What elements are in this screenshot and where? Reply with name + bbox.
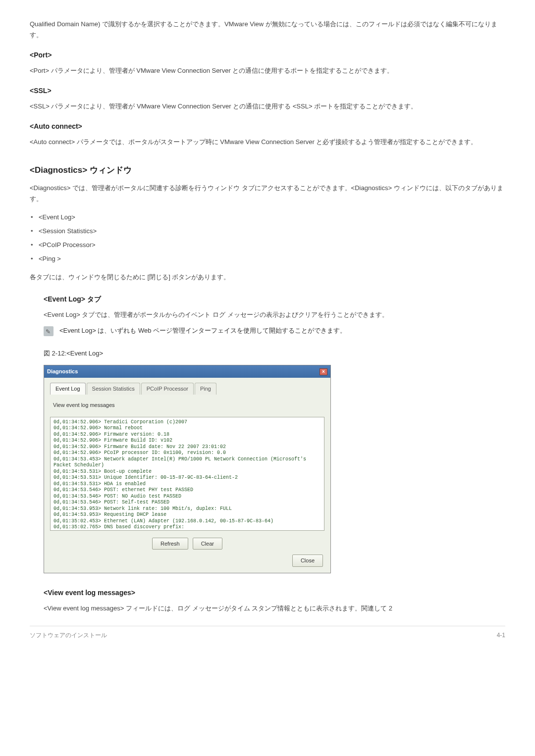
figure-caption: 図 2-12:<Event Log> xyxy=(44,348,505,359)
dialog-close-row: Close xyxy=(50,554,324,567)
list-item: <Session Statistics> xyxy=(30,224,505,238)
view-messages-text: <View event log messages> フィールドには、ログ メッセ… xyxy=(30,603,505,614)
dialog-body: Event Log Session Statistics PCoIP Proce… xyxy=(44,378,330,573)
diagnostics-tab-list: <Event Log> <Session Statistics> <PCoIP … xyxy=(30,210,505,266)
refresh-button[interactable]: Refresh xyxy=(152,538,188,550)
eventlog-heading: <Event Log> タブ xyxy=(30,294,505,305)
dialog-titlebar: Diagnostics × xyxy=(44,365,330,378)
close-icon[interactable]: × xyxy=(320,368,327,375)
tab-pcoip-processor[interactable]: PCoIP Processor xyxy=(141,383,194,395)
view-messages-heading: <View event log messages> xyxy=(44,587,505,599)
note: <Event Log> は、いずれも Web ページ管理インターフェイスを使用し… xyxy=(44,325,505,336)
ssl-heading: <SSL> xyxy=(30,85,505,97)
footer-left: ソフトウェアのインストール xyxy=(30,630,107,640)
port-heading: <Port> xyxy=(30,50,505,61)
list-item: <Ping > xyxy=(30,252,505,266)
view-event-log-label: View event log messages xyxy=(53,401,324,410)
intro-paragraph: Qualified Domain Name) で識別するかを選択することができま… xyxy=(30,19,505,41)
page-footer: ソフトウェアのインストール 4-1 xyxy=(30,626,505,640)
note-icon xyxy=(44,326,54,336)
eventlog-intro: <Event Log> タブでは、管理者がポータルからのイベント ログ メッセー… xyxy=(30,309,505,320)
list-item: <Event Log> xyxy=(30,210,505,224)
event-log-textarea[interactable]: 0d,01:34:52.906> Teradici Corporation (c… xyxy=(50,417,324,531)
diagnostics-tabnote: 各タブには、ウィンドウを閉じるために [閉じる] ボタンがあります。 xyxy=(30,272,505,283)
tab-ping[interactable]: Ping xyxy=(195,383,216,395)
note-text: <Event Log> は、いずれも Web ページ管理インターフェイスを使用し… xyxy=(59,325,346,336)
tab-event-log[interactable]: Event Log xyxy=(50,383,86,395)
autoconnect-text: <Auto connect> パラメータでは、ポータルがスタートアップ時に VM… xyxy=(30,137,505,148)
dialog-tabs: Event Log Session Statistics PCoIP Proce… xyxy=(50,383,324,395)
dialog-button-row: Refresh Clear xyxy=(50,538,324,550)
close-button[interactable]: Close xyxy=(292,554,323,567)
diagnostics-dialog: Diagnostics × Event Log Session Statisti… xyxy=(44,365,331,573)
diagnostics-intro: <Diagnostics> では、管理者がポータルに関連する診断を行うウィンドウ… xyxy=(30,183,505,204)
diagnostics-heading: <Diagnostics> ウィンドウ xyxy=(30,163,505,178)
dialog-title-text: Diagnostics xyxy=(47,367,78,376)
footer-right: 4-1 xyxy=(497,630,505,640)
ssl-text: <SSL> パラメータにより、管理者が VMware View Connecti… xyxy=(30,101,505,112)
port-text: <Port> パラメータにより、管理者が VMware View Connect… xyxy=(30,65,505,76)
clear-button[interactable]: Clear xyxy=(193,538,222,550)
autoconnect-heading: <Auto connect> xyxy=(30,121,505,133)
list-item: <PCoIP Processor> xyxy=(30,238,505,252)
tab-session-statistics[interactable]: Session Statistics xyxy=(87,383,140,395)
